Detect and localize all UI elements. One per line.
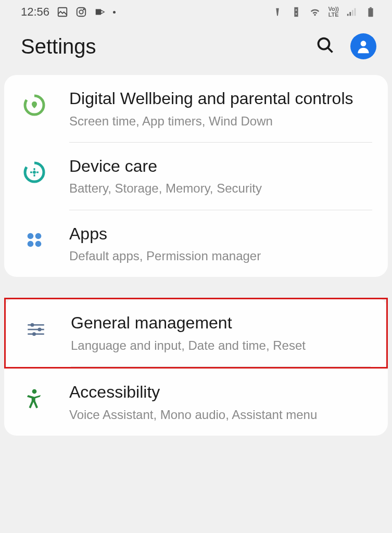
settings-group-1: Digital Wellbeing and parental controls … xyxy=(4,75,388,277)
item-subtitle: Battery, Storage, Memory, Security xyxy=(69,180,372,196)
svg-point-16 xyxy=(33,171,36,174)
item-title: Apps xyxy=(69,223,372,245)
item-title: Accessibility xyxy=(69,382,372,403)
apps-icon xyxy=(20,226,48,255)
page-title: Settings xyxy=(21,35,96,58)
item-content: Apps Default apps, Permission manager xyxy=(69,223,372,264)
signal-icon xyxy=(346,6,358,18)
status-bar: 12:56 Vo))LTE xyxy=(0,0,392,23)
svg-line-12 xyxy=(328,48,333,53)
status-right: Vo))LTE xyxy=(272,6,376,18)
settings-item-wellbeing[interactable]: Digital Wellbeing and parental controls … xyxy=(4,75,388,142)
settings-group-2: General management Language and input, D… xyxy=(4,298,388,436)
settings-item-accessibility[interactable]: Accessibility Voice Assistant, Mono audi… xyxy=(4,369,388,436)
header-actions xyxy=(316,33,376,59)
header: Settings xyxy=(0,23,392,75)
svg-rect-5 xyxy=(347,14,349,16)
item-subtitle: Screen time, App timers, Wind Down xyxy=(69,113,372,129)
svg-rect-8 xyxy=(355,8,356,16)
accessibility-icon xyxy=(20,384,48,413)
item-title: Device care xyxy=(69,156,372,177)
svg-rect-9 xyxy=(368,8,373,17)
svg-point-13 xyxy=(361,41,366,46)
item-subtitle: Language and input, Date and time, Reset xyxy=(71,337,371,353)
search-button[interactable] xyxy=(316,36,335,57)
svg-rect-7 xyxy=(352,10,353,16)
status-time: 12:56 xyxy=(21,5,49,19)
item-content: Digital Wellbeing and parental controls … xyxy=(69,88,372,129)
battery-icon xyxy=(365,6,376,18)
vibrate-icon xyxy=(272,6,283,18)
volte-icon: Vo))LTE xyxy=(328,6,339,18)
image-icon xyxy=(57,6,68,18)
wifi-icon xyxy=(309,6,321,18)
divider xyxy=(71,366,371,367)
svg-point-19 xyxy=(27,241,33,247)
item-content: Accessibility Voice Assistant, Mono audi… xyxy=(69,382,372,423)
svg-point-26 xyxy=(32,332,36,336)
item-title: General management xyxy=(71,312,371,334)
item-title: Digital Wellbeing and parental controls xyxy=(69,88,372,110)
svg-point-24 xyxy=(37,327,41,331)
svg-point-17 xyxy=(27,233,33,239)
svg-point-3 xyxy=(83,9,84,10)
svg-point-2 xyxy=(79,10,83,14)
svg-point-22 xyxy=(30,323,34,327)
device-care-icon xyxy=(20,158,48,187)
settings-item-apps[interactable]: Apps Default apps, Permission manager xyxy=(4,210,388,277)
outlook-icon xyxy=(94,6,106,18)
highlight-box: General management Language and input, D… xyxy=(4,298,388,369)
svg-rect-4 xyxy=(96,9,101,15)
svg-rect-10 xyxy=(370,7,372,8)
svg-point-27 xyxy=(32,389,36,394)
notification-dot xyxy=(113,11,116,14)
status-left: 12:56 xyxy=(21,5,116,19)
item-subtitle: Voice Assistant, Mono audio, Assistant m… xyxy=(69,407,372,423)
wellbeing-icon xyxy=(20,91,48,119)
general-management-icon xyxy=(21,315,50,344)
svg-point-18 xyxy=(35,233,41,239)
settings-item-general-management[interactable]: General management Language and input, D… xyxy=(6,299,386,366)
item-subtitle: Default apps, Permission manager xyxy=(69,248,372,264)
instagram-icon xyxy=(75,6,87,18)
settings-item-device-care[interactable]: Device care Battery, Storage, Memory, Se… xyxy=(4,143,388,210)
profile-avatar[interactable] xyxy=(350,33,376,59)
svg-point-20 xyxy=(35,241,41,247)
svg-point-11 xyxy=(319,39,330,49)
item-content: Device care Battery, Storage, Memory, Se… xyxy=(69,156,372,197)
svg-rect-6 xyxy=(349,12,351,16)
item-content: General management Language and input, D… xyxy=(71,312,371,353)
data-saver-icon xyxy=(290,6,302,18)
